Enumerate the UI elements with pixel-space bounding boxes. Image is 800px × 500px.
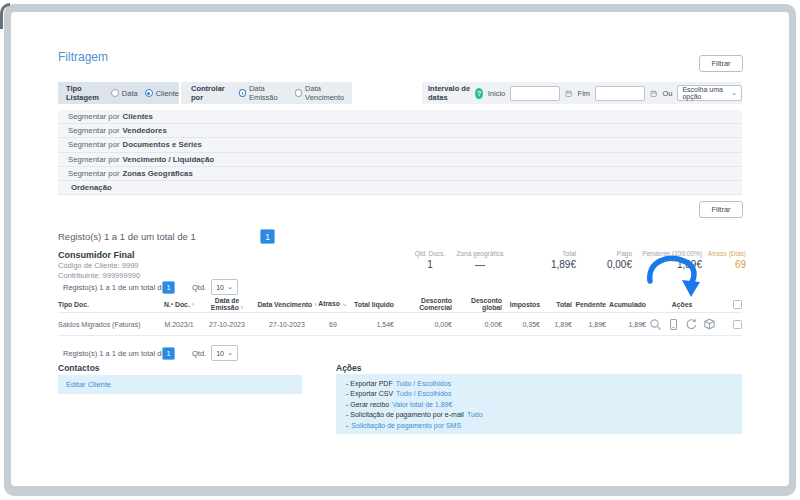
action-export-pdf: - Exportar PDFTudo / Escolhidos	[346, 379, 732, 389]
tipo-listagem-group: Tipo Listagem Data Cliente	[58, 82, 179, 104]
pagamento-sms-link[interactable]: Solicitação de pagamento por SMS	[351, 422, 461, 429]
radio-icon[interactable]	[295, 89, 302, 97]
accordion-bold: Clientes	[123, 112, 153, 121]
col-tipo-doc[interactable]: Tipo Doc.	[58, 301, 160, 308]
col-data-vencimento[interactable]: Data Vencimento›	[256, 301, 318, 308]
cell-pendente: 1,89€	[572, 321, 606, 328]
accordion-segmentar-vendedores[interactable]: Segmentar porVendedores	[58, 124, 742, 138]
stat-zona-geografica: Zona geográfica —	[450, 250, 510, 270]
export-csv-link[interactable]: Tudo / Escolhidos	[396, 390, 451, 397]
inicio-label: Inicio	[488, 89, 506, 98]
cell-data-vencimento: 27-10-2023	[256, 321, 318, 328]
page-button-1[interactable]: 1	[162, 347, 175, 360]
date-range-group: Intervalo de datas ? Inicio Fim Ou Escol…	[422, 82, 742, 104]
cell-acumulado: 1,89€	[606, 321, 646, 328]
row-checkbox[interactable]	[733, 320, 742, 329]
col-impostos[interactable]: Impostos	[502, 301, 540, 308]
fim-label: Fim	[578, 89, 591, 98]
stat-pago: Pago 0,00€	[576, 250, 632, 270]
accordion-segmentar-zonas[interactable]: Segmentar porZonas Geográficas	[58, 167, 742, 181]
col-select-all	[718, 300, 742, 309]
export-pdf-link[interactable]: Tudo / Escolhidos	[396, 380, 451, 387]
controlar-por-group: Controlar por Data Emissão Data Vencimen…	[181, 82, 352, 104]
pagination-inner-bottom: Registo(s) 1 a 1 de um total de 1 1 Qtd.…	[63, 345, 238, 361]
accordion-prefix: Segmentar por	[68, 112, 120, 121]
accordion-bold: Vencimento / Liquidação	[123, 155, 214, 164]
contacts-title: Contactos	[58, 363, 100, 373]
action-export-csv: - Exportar CSVTudo / Escolhidos	[346, 389, 732, 399]
radio-icon[interactable]	[111, 89, 119, 97]
accordion-segmentar-vencimento[interactable]: Segmentar porVencimento / Liquidação	[58, 153, 742, 167]
refresh-icon[interactable]	[685, 318, 698, 331]
action-pagamento-email: - Solicitação de pagamento por e-mailTud…	[346, 410, 732, 420]
accordion-prefix: Segmentar por	[68, 169, 120, 178]
pagination-text: Registo(s) 1 a 1 de um total de 1	[63, 283, 162, 292]
page-button-1[interactable]: 1	[260, 229, 275, 244]
radio-selected-icon[interactable]	[145, 89, 153, 97]
sort-icon: ›	[192, 301, 194, 308]
accordion-bold: Documentos e Séries	[123, 140, 202, 149]
col-atraso[interactable]: Atraso⌄	[318, 300, 348, 308]
option-select[interactable]: Escolha uma opção ⌄	[677, 85, 742, 101]
edit-client-link[interactable]: Editar Cliente	[66, 380, 111, 389]
col-total[interactable]: Total	[540, 301, 572, 308]
action-gerar-recibo: - Gerar reciboValor total de 1,89€	[346, 400, 732, 410]
magnifier-icon[interactable]	[649, 318, 662, 331]
inicio-date-input[interactable]	[510, 86, 560, 101]
customer-name: Consumidor Final	[58, 250, 135, 260]
actions-panel: - Exportar PDFTudo / Escolhidos - Export…	[336, 374, 742, 434]
stat-total: Total 1,89€	[510, 250, 576, 270]
col-total-liquido[interactable]: Total líquido	[348, 301, 394, 308]
col-pendente[interactable]: Pendente	[572, 301, 606, 308]
qtd-select[interactable]: 10 ⌄	[211, 345, 238, 361]
table-row: Saldos Migrados (Faturas) M.2023/1 27-10…	[58, 313, 742, 336]
accordion-prefix: Segmentar por	[68, 140, 120, 149]
accordion-bold: Zonas Geográficas	[123, 169, 193, 178]
calendar-icon[interactable]	[650, 88, 657, 99]
page-button-1[interactable]: 1	[162, 281, 175, 294]
radio-data-vencimento[interactable]: Data Vencimento	[295, 84, 352, 102]
radio-data[interactable]: Data	[111, 89, 138, 98]
accordion-ordenacao[interactable]: Ordenação	[58, 181, 742, 195]
accordion-prefix: Segmentar por	[68, 155, 120, 164]
radio-data-emissao-label: Data Emissão	[249, 84, 287, 102]
radio-data-vencimento-label: Data Vencimento	[305, 84, 352, 102]
qtd-select[interactable]: 10 ⌄	[211, 279, 238, 295]
stat-qtd-docs: Qtd. Docs. 1	[410, 250, 450, 270]
cell-total: 1,89€	[540, 321, 572, 328]
col-num-doc[interactable]: N.º Doc.›	[160, 301, 198, 308]
sort-icon: ›	[241, 304, 243, 311]
radio-cliente[interactable]: Cliente	[145, 89, 179, 98]
accordion-bold: Vendedores	[123, 126, 167, 135]
pagamento-email-link[interactable]: Tudo	[467, 411, 483, 418]
package-icon[interactable]	[703, 318, 716, 331]
annotation-arrow-icon	[642, 252, 704, 302]
fim-date-input[interactable]	[595, 86, 645, 101]
calendar-icon[interactable]	[565, 88, 572, 99]
chevron-down-icon: ⌄	[227, 283, 233, 291]
pagination-top: Registo(s) 1 a 1 de um total de 1 1	[58, 229, 275, 244]
row-actions	[646, 318, 718, 331]
col-desconto-global[interactable]: Desconto global	[452, 297, 502, 311]
accordion-bold: Ordenação	[71, 183, 112, 192]
select-all-checkbox[interactable]	[733, 300, 742, 309]
col-data-emissao[interactable]: Data de Emissão›	[198, 297, 256, 311]
accordion-segmentar-clientes[interactable]: Segmentar porClientes	[58, 110, 742, 124]
actions-title: Ações	[336, 363, 362, 373]
accordion-segmentar-documentos[interactable]: Segmentar porDocumentos e Séries	[58, 138, 742, 152]
contacts-panel: Editar Cliente	[58, 375, 302, 394]
phone-icon[interactable]	[667, 318, 680, 331]
radio-data-emissao[interactable]: Data Emissão	[239, 84, 287, 102]
col-desconto-comercial[interactable]: Desconto Comercial	[394, 297, 452, 311]
qtd-label: Qtd.	[192, 349, 206, 358]
stat-atraso: Atraso (Dias) 69	[702, 250, 746, 270]
gerar-recibo-link[interactable]: Valor total de 1,89€	[392, 401, 452, 408]
filter-button-bottom[interactable]: Filtrar	[699, 201, 743, 218]
pagination-inner-top: Registo(s) 1 a 1 de um total de 1 1 Qtd.…	[63, 279, 238, 295]
chevron-down-icon: ⌄	[731, 89, 737, 97]
radio-selected-icon[interactable]	[239, 89, 246, 97]
filter-button-top[interactable]: Filtrar	[699, 55, 743, 72]
col-acumulado[interactable]: Acumulado	[606, 301, 646, 308]
help-icon[interactable]: ?	[475, 88, 482, 99]
accordion-prefix: Segmentar por	[68, 126, 120, 135]
